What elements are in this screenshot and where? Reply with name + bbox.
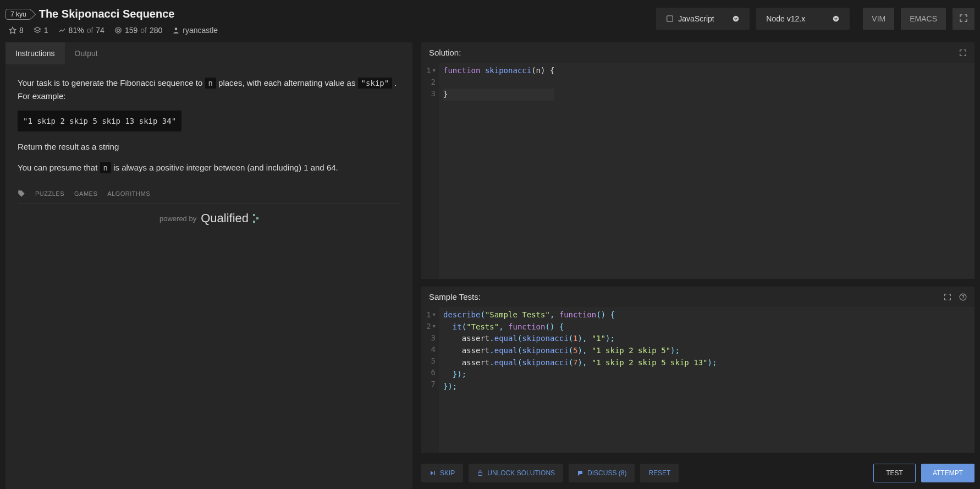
svg-point-7 (833, 16, 839, 22)
powered-by: powered by Qualified (5, 204, 412, 237)
bookmarks-count: 8 (19, 26, 24, 35)
code-token: function (443, 66, 480, 75)
stat-satisfaction[interactable]: 81% of 74 (58, 26, 104, 35)
tab-output[interactable]: Output (65, 42, 108, 64)
layers-icon (34, 26, 41, 34)
line-number: 6 (431, 367, 436, 379)
satisfaction-total: 74 (96, 26, 104, 35)
chevron-down-icon (832, 15, 840, 23)
discuss-button[interactable]: DISCUSS (8) (569, 464, 635, 482)
example-code: "1 skip 2 skip 5 skip 13 skip 34" (18, 111, 181, 131)
svg-point-2 (115, 28, 122, 34)
help-icon[interactable] (959, 293, 967, 301)
expand-icon[interactable] (959, 49, 967, 57)
star-icon (9, 26, 16, 34)
comment-icon (577, 470, 583, 476)
test-button[interactable]: TEST (873, 464, 916, 482)
gutter: 1▼ 2 3 (421, 63, 439, 279)
attempt-button[interactable]: ATTEMPT (921, 464, 975, 482)
desc-text: Return the result as a string (18, 140, 400, 153)
completed-total: 280 (150, 26, 162, 35)
svg-rect-9 (256, 217, 258, 219)
desc-text: is always a positive integer between (an… (111, 163, 338, 172)
skip-label: SKIP (440, 469, 455, 477)
unlock-label: UNLOCK SOLUTIONS (487, 469, 555, 477)
skip-icon (430, 470, 436, 476)
solution-editor[interactable]: 1▼ 2 3 function skiponacci(n) { } (421, 63, 975, 279)
expand-icon (959, 14, 968, 23)
powered-label: powered by (159, 215, 196, 223)
desc-text: Your task is to generate the Fibonacci s… (18, 78, 205, 87)
desc-text: places, with each alternating value as (216, 78, 358, 87)
solution-title: Solution: (429, 48, 461, 57)
inline-code: "skip" (358, 78, 393, 89)
stats-row: 8 1 81% of 74 (5, 26, 218, 35)
code-area[interactable]: describe("Sample Tests", function() { it… (439, 307, 721, 453)
lock-icon (477, 470, 483, 476)
code-token: skiponacci (485, 66, 531, 75)
user-icon (172, 26, 180, 34)
tests-editor[interactable]: 1▼ 2▼ 3 4 5 6 7 describe("Sample Tests",… (421, 307, 975, 453)
tag-icon (18, 190, 25, 197)
code-area[interactable]: function skiponacci(n) { } (439, 63, 559, 279)
fullscreen-button[interactable] (953, 8, 975, 30)
version-dropdown[interactable]: Node v12.x (756, 8, 850, 30)
tests-title: Sample Tests: (429, 292, 481, 301)
svg-rect-10 (253, 221, 255, 223)
tab-instructions[interactable]: Instructions (5, 42, 65, 64)
svg-point-3 (117, 29, 120, 32)
expand-icon[interactable] (944, 293, 951, 301)
svg-marker-1 (34, 27, 41, 31)
tags-row: PUZZLES GAMES ALGORITHMS (5, 182, 412, 203)
chart-icon (58, 26, 66, 34)
line-number: 7 (431, 378, 436, 391)
js-icon (666, 15, 674, 23)
desc-text: You can presume that (18, 163, 100, 172)
code-token: (n) { (531, 66, 554, 75)
reset-button[interactable]: RESET (640, 464, 679, 482)
unlock-button[interactable]: UNLOCK SOLUTIONS (469, 464, 563, 482)
of-label-2: of (140, 26, 147, 35)
discuss-label: DISCUSS (8) (587, 469, 626, 477)
header: 7 kyu The Skiponacci Sequence 8 1 (5, 4, 975, 35)
svg-rect-5 (667, 16, 673, 22)
fold-icon[interactable]: ▼ (433, 67, 436, 75)
line-number: 3 (431, 88, 436, 100)
stat-bookmarks[interactable]: 8 (9, 26, 24, 35)
line-number: 3 (431, 332, 436, 344)
code-token: } (443, 90, 448, 98)
of-label: of (87, 26, 93, 35)
action-bar: SKIP UNLOCK SOLUTIONS DISCUSS (8) RESET (421, 460, 975, 489)
svg-rect-8 (253, 214, 255, 216)
svg-rect-14 (434, 471, 435, 475)
fold-icon[interactable]: ▼ (433, 323, 436, 331)
inline-code: n (205, 78, 216, 89)
svg-point-6 (733, 16, 739, 22)
vim-button[interactable]: VIM (863, 8, 894, 30)
line-number: 1 (426, 309, 431, 321)
tag-item[interactable]: ALGORITHMS (107, 190, 150, 197)
tag-item[interactable]: GAMES (74, 190, 97, 197)
line-number: 5 (431, 355, 436, 367)
stat-completed[interactable]: 159 of 280 (114, 26, 162, 35)
gutter: 1▼ 2▼ 3 4 5 6 7 (421, 307, 439, 453)
stat-collections[interactable]: 1 (34, 26, 48, 35)
line-number: 1 (426, 65, 431, 77)
tag-item[interactable]: PUZZLES (35, 190, 64, 197)
language-dropdown[interactable]: JavaScript (656, 8, 750, 30)
tabs: Instructions Output (5, 42, 412, 64)
line-number: 2 (431, 76, 436, 89)
author-name: ryancastle (183, 26, 218, 35)
powered-brand[interactable]: Qualified (201, 211, 249, 226)
skip-button[interactable]: SKIP (421, 464, 463, 482)
line-number: 2 (426, 321, 431, 333)
satisfaction-pct: 81% (69, 26, 84, 35)
fold-icon[interactable]: ▼ (433, 311, 436, 319)
svg-point-12 (963, 299, 964, 299)
inline-code: n (100, 162, 111, 173)
solution-panel: Solution: 1▼ 2 3 function skiponacci(n) … (421, 42, 975, 279)
stat-author[interactable]: ryancastle (172, 26, 218, 35)
emacs-button[interactable]: EMACS (901, 8, 946, 30)
svg-marker-0 (9, 27, 16, 34)
target-icon (114, 26, 122, 34)
